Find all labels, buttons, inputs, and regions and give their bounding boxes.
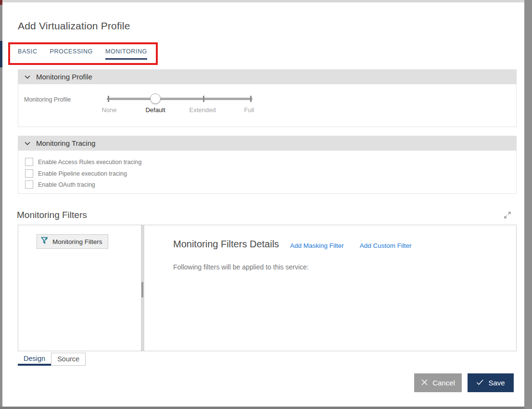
- oauth-tracing-checkbox[interactable]: [25, 180, 33, 189]
- expand-diagonal-icon[interactable]: [503, 211, 512, 219]
- access-rules-tracing-checkbox[interactable]: [25, 158, 33, 166]
- checkbox-row-access-rules: Enable Access Rules execution tracing: [25, 158, 141, 166]
- monitoring-filters-panel: Monitoring Filters Monitoring Filters De…: [18, 225, 517, 351]
- tab-basic[interactable]: BASIC: [18, 48, 38, 60]
- page-edge-left-red-fragment: [0, 0, 2, 5]
- tab-monitoring[interactable]: MONITORING: [105, 48, 147, 60]
- slider-track[interactable]: [107, 98, 253, 100]
- details-heading: Monitoring Filters Details: [173, 239, 279, 250]
- slider-tick-extended: [203, 96, 204, 102]
- slider-label-full: Full: [244, 106, 254, 114]
- close-x-icon: [421, 379, 428, 387]
- cancel-button[interactable]: Cancel: [414, 373, 462, 392]
- tab-design[interactable]: Design: [18, 353, 51, 366]
- details-description: Following filters will be applied to thi…: [173, 263, 309, 271]
- monitoring-filters-title: Monitoring Filters: [17, 210, 87, 220]
- slider-label-none: None: [101, 106, 116, 114]
- checkbox-row-pipeline: Enable Pipeline execution tracing: [25, 169, 127, 178]
- editor-view-tabs: Design Source: [18, 353, 86, 366]
- dialog-tabs: BASIC PROCESSING MONITORING: [18, 48, 147, 60]
- page-edge-bottom: [0, 407, 524, 409]
- checkbox-label: Enable OAuth tracing: [38, 181, 95, 188]
- section-title: Monitoring Profile: [36, 73, 92, 81]
- monitoring-profile-slider: None Default Extended Full: [107, 91, 253, 115]
- monitoring-profile-field-label: Monitoring Profile: [24, 96, 71, 103]
- page-edge-right-scroll-area: [524, 0, 532, 409]
- cancel-button-label: Cancel: [432, 379, 455, 387]
- checkmark-icon: [476, 379, 484, 387]
- tab-processing[interactable]: PROCESSING: [50, 48, 93, 60]
- monitoring-profile-section-body: [18, 84, 517, 127]
- filters-tree-pane: Monitoring Filters: [18, 225, 141, 351]
- slider-label-default: Default: [145, 106, 165, 114]
- splitter-drag-handle[interactable]: [141, 282, 143, 297]
- monitoring-profile-section-header[interactable]: Monitoring Profile: [18, 69, 517, 84]
- add-masking-filter-link[interactable]: Add Masking Filter: [290, 242, 344, 249]
- section-title: Monitoring Tracing: [36, 139, 95, 147]
- checkbox-row-oauth: Enable OAuth tracing: [25, 180, 95, 189]
- pipeline-tracing-checkbox[interactable]: [25, 169, 33, 178]
- slider-tick-none: [108, 96, 109, 102]
- add-custom-filter-link[interactable]: Add Custom Filter: [360, 242, 412, 249]
- monitoring-tracing-section-header[interactable]: Monitoring Tracing: [18, 136, 517, 151]
- modal-dialog: Add Virtualization Profile BASIC PROCESS…: [0, 0, 532, 409]
- monitoring-filters-tree-node[interactable]: Monitoring Filters: [37, 234, 108, 249]
- page-edge-left: [0, 0, 2, 407]
- filters-details-pane: Monitoring Filters Details Add Masking F…: [144, 225, 516, 351]
- tab-source[interactable]: Source: [51, 353, 86, 366]
- tree-node-label: Monitoring Filters: [52, 238, 102, 245]
- save-button-label: Save: [488, 379, 505, 387]
- slider-label-extended: Extended: [190, 106, 216, 114]
- chevron-down-icon: [24, 140, 31, 147]
- chevron-down-icon: [24, 74, 31, 80]
- checkbox-label: Enable Access Rules execution tracing: [38, 159, 141, 166]
- pane-splitter[interactable]: [141, 225, 144, 351]
- page-edge-top: [0, 0, 532, 2]
- checkbox-label: Enable Pipeline execution tracing: [38, 170, 127, 177]
- dialog-title: Add Virtualization Profile: [18, 20, 130, 32]
- slider-thumb[interactable]: [150, 93, 161, 104]
- page-edge-left-navy-fragment: [0, 41, 2, 67]
- slider-tick-full: [250, 96, 252, 102]
- save-button[interactable]: Save: [468, 373, 514, 392]
- filter-funnel-icon: [41, 237, 49, 246]
- details-links: Add Masking Filter Add Custom Filter: [290, 242, 412, 249]
